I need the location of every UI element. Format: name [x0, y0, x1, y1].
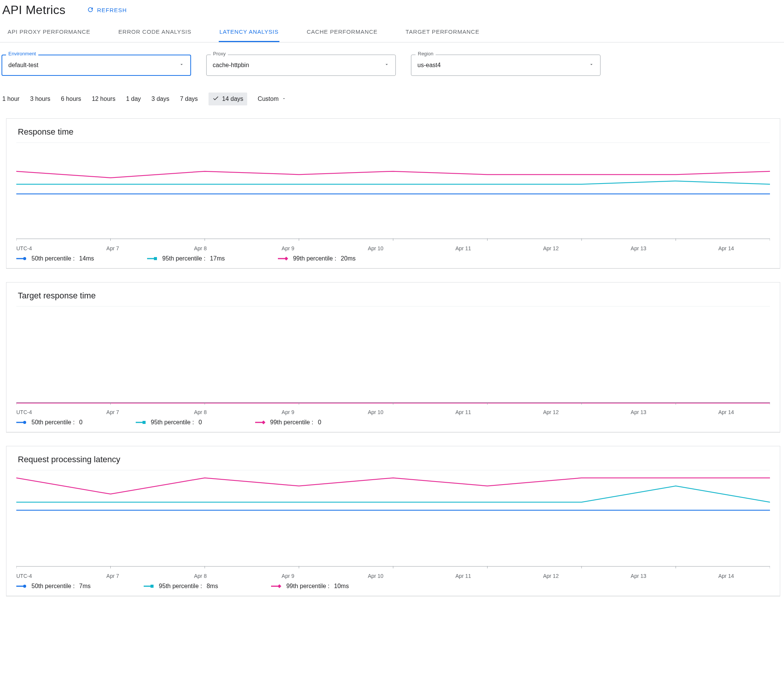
- legend-value: 7ms: [79, 583, 90, 590]
- xtick: Apr 13: [595, 245, 683, 252]
- legend-swatch-icon: [255, 420, 266, 425]
- legend-swatch-icon: [147, 256, 158, 261]
- legend-item-99th-percentile[interactable]: 99th percentile : 20ms: [278, 255, 356, 262]
- chart-legend: 50th percentile : 14ms95th percentile : …: [6, 252, 780, 266]
- legend-item-99th-percentile[interactable]: 99th percentile : 0: [255, 419, 322, 426]
- xtick: Apr 10: [332, 409, 419, 415]
- legend-item-50th-percentile[interactable]: 50th percentile : 7ms: [16, 583, 90, 590]
- refresh-icon: [87, 6, 94, 14]
- environment-select-value: default-test: [8, 62, 38, 69]
- chart-plot: [16, 142, 770, 242]
- legend-swatch-icon: [144, 584, 154, 589]
- region-select-box[interactable]: us-east4: [411, 55, 600, 76]
- timerange-label: 12 hours: [92, 95, 115, 102]
- svg-point-29: [23, 421, 26, 424]
- timerange-custom-label: Custom: [258, 95, 279, 102]
- timerange-3-days[interactable]: 3 days: [152, 95, 169, 102]
- legend-value: 14ms: [79, 255, 94, 262]
- page-title: API Metrics: [2, 3, 66, 17]
- legend-value: 10ms: [334, 583, 349, 590]
- chart-title: Target response time: [6, 291, 780, 306]
- chart-plot: [16, 470, 770, 569]
- environment-select-box[interactable]: default-test: [2, 55, 191, 76]
- xtick: Apr 13: [595, 573, 683, 579]
- proxy-select[interactable]: Proxycache-httpbin: [206, 55, 396, 76]
- svg-rect-48: [150, 585, 154, 588]
- legend-item-99th-percentile[interactable]: 99th percentile : 10ms: [271, 583, 349, 590]
- timerange-6-hours[interactable]: 6 hours: [61, 95, 81, 102]
- timerange-label: 1 hour: [2, 95, 19, 102]
- xtick: Apr 14: [683, 245, 770, 252]
- chart-card-response-time: Response timeUTC-4Apr 7Apr 8Apr 9Apr 10A…: [6, 118, 780, 268]
- tab-error-code-analysis[interactable]: ERROR CODE ANALYSIS: [117, 22, 192, 42]
- timerange-1-hour[interactable]: 1 hour: [2, 95, 19, 102]
- xtick: Apr 11: [419, 573, 507, 579]
- legend-label: 50th percentile :: [32, 583, 75, 590]
- refresh-button[interactable]: REFRESH: [84, 6, 129, 15]
- timerange-label: 3 days: [152, 95, 169, 102]
- legend-item-95th-percentile[interactable]: 95th percentile : 0: [136, 419, 202, 426]
- xtick: Apr 8: [157, 409, 244, 415]
- svg-rect-14: [154, 257, 157, 260]
- legend-swatch-icon: [271, 584, 282, 589]
- legend-item-50th-percentile[interactable]: 50th percentile : 14ms: [16, 255, 94, 262]
- legend-value: 0: [199, 419, 202, 426]
- tab-cache-performance[interactable]: CACHE PERFORMANCE: [306, 22, 379, 42]
- timerange-14-days[interactable]: 14 days: [209, 92, 247, 105]
- tabs: API PROXY PERFORMANCEERROR CODE ANALYSIS…: [0, 22, 784, 43]
- chart-legend: 50th percentile : 7ms95th percentile : 8…: [6, 579, 780, 594]
- legend-label: 95th percentile :: [159, 583, 202, 590]
- proxy-select-box[interactable]: cache-httpbin: [206, 55, 396, 76]
- chart-plot: [16, 306, 770, 405]
- legend-label: 50th percentile :: [32, 419, 75, 426]
- region-select[interactable]: Regionus-east4: [411, 55, 600, 76]
- tab-target-performance[interactable]: TARGET PERFORMANCE: [405, 22, 480, 42]
- chart-title: Response time: [6, 127, 780, 142]
- legend-item-50th-percentile[interactable]: 50th percentile : 0: [16, 419, 82, 426]
- timerange-label: 1 day: [126, 95, 141, 102]
- legend-label: 99th percentile :: [293, 255, 336, 262]
- proxy-select-label: Proxy: [211, 51, 228, 57]
- xtick: Apr 9: [244, 245, 332, 252]
- legend-value: 17ms: [210, 255, 225, 262]
- chart-xaxis: UTC-4Apr 7Apr 8Apr 9Apr 10Apr 11Apr 12Ap…: [6, 569, 780, 579]
- chart-title: Request processing latency: [6, 455, 780, 470]
- legend-label: 95th percentile :: [162, 255, 206, 262]
- svg-rect-31: [143, 421, 146, 424]
- time-range-row: 1 hour3 hours6 hours12 hours1 day3 days7…: [0, 79, 784, 110]
- xtick: UTC-4: [16, 245, 69, 252]
- timerange-7-days[interactable]: 7 days: [180, 95, 198, 102]
- xtick: Apr 7: [69, 409, 157, 415]
- svg-marker-33: [261, 421, 265, 424]
- legend-item-95th-percentile[interactable]: 95th percentile : 8ms: [144, 583, 218, 590]
- tab-api-proxy-performance[interactable]: API PROXY PERFORMANCE: [7, 22, 91, 42]
- region-select-value: us-east4: [417, 62, 440, 69]
- xtick: UTC-4: [16, 409, 69, 415]
- chart-xaxis: UTC-4Apr 7Apr 8Apr 9Apr 10Apr 11Apr 12Ap…: [6, 405, 780, 415]
- xtick: Apr 14: [683, 573, 770, 579]
- legend-value: 20ms: [341, 255, 356, 262]
- xtick: Apr 13: [595, 409, 683, 415]
- environment-select-label: Environment: [6, 51, 38, 57]
- chart-card-target-response-time: Target response timeUTC-4Apr 7Apr 8Apr 9…: [6, 282, 780, 432]
- svg-marker-16: [284, 257, 288, 260]
- xtick: Apr 7: [69, 245, 157, 252]
- xtick: Apr 11: [419, 409, 507, 415]
- timerange-label: 6 hours: [61, 95, 81, 102]
- timerange-custom[interactable]: Custom: [258, 95, 286, 102]
- xtick: Apr 10: [332, 245, 419, 252]
- filters-row: Environmentdefault-testProxycache-httpbi…: [0, 43, 784, 79]
- legend-value: 8ms: [207, 583, 218, 590]
- legend-item-95th-percentile[interactable]: 95th percentile : 17ms: [147, 255, 225, 262]
- timerange-label: 3 hours: [30, 95, 50, 102]
- timerange-3-hours[interactable]: 3 hours: [30, 95, 50, 102]
- environment-select[interactable]: Environmentdefault-test: [2, 55, 191, 76]
- chart-xaxis: UTC-4Apr 7Apr 8Apr 9Apr 10Apr 11Apr 12Ap…: [6, 242, 780, 252]
- legend-swatch-icon: [16, 584, 27, 589]
- legend-swatch-icon: [278, 256, 288, 261]
- timerange-1-day[interactable]: 1 day: [126, 95, 141, 102]
- chart-card-request-processing-latency: Request processing latencyUTC-4Apr 7Apr …: [6, 446, 780, 596]
- xtick: Apr 9: [244, 409, 332, 415]
- tab-latency-analysis[interactable]: LATENCY ANALYSIS: [219, 22, 279, 42]
- timerange-12-hours[interactable]: 12 hours: [92, 95, 115, 102]
